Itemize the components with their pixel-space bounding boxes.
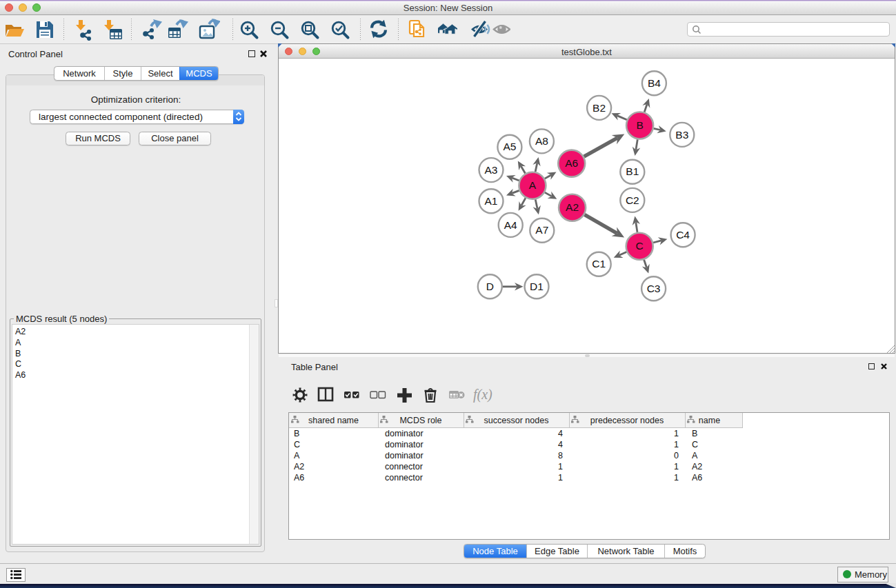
svg-text:C4: C4: [676, 229, 690, 241]
svg-text:A6: A6: [565, 157, 578, 169]
svg-text:B4: B4: [648, 77, 661, 89]
svg-text:A2: A2: [566, 201, 579, 213]
svg-text:A: A: [529, 179, 537, 191]
svg-text:D1: D1: [530, 281, 544, 292]
svg-text:C: C: [636, 240, 644, 252]
svg-text:B: B: [636, 119, 643, 131]
svg-text:C2: C2: [626, 194, 639, 206]
svg-text:A7: A7: [535, 224, 548, 236]
svg-text:A4: A4: [504, 219, 517, 231]
svg-text:B2: B2: [593, 102, 606, 114]
svg-text:A3: A3: [485, 164, 498, 176]
svg-text:C3: C3: [647, 283, 661, 294]
svg-text:A5: A5: [503, 141, 516, 152]
svg-text:C1: C1: [592, 258, 606, 270]
svg-text:A8: A8: [535, 135, 548, 147]
svg-text:B3: B3: [675, 129, 688, 141]
svg-text:D: D: [486, 281, 494, 292]
svg-text:A1: A1: [485, 195, 498, 207]
svg-text:B1: B1: [626, 165, 639, 177]
